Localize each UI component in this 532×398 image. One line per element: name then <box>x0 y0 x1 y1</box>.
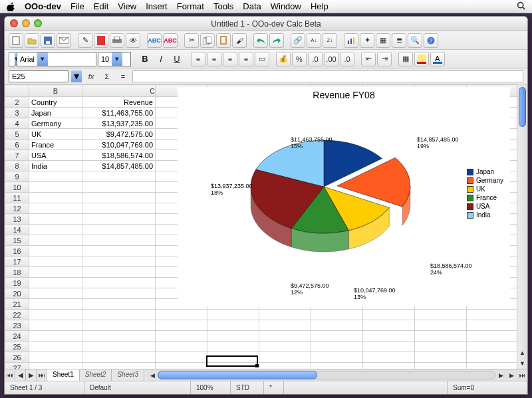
cell-B6[interactable]: France <box>29 140 82 150</box>
remove-decimal-button[interactable]: .0 <box>340 52 354 66</box>
hscroll-thumb[interactable] <box>158 371 317 379</box>
cell-D22[interactable] <box>156 310 207 320</box>
spreadsheet-grid[interactable]: BCDEFGHIJ2CountryRevenue3Japan$11,463,75… <box>5 84 527 369</box>
status-insert-mode[interactable]: STD <box>231 381 264 394</box>
paste-button[interactable] <box>216 33 231 48</box>
cell-B24[interactable] <box>29 331 82 342</box>
cell-I25[interactable] <box>415 342 467 352</box>
vertical-scrollbar[interactable]: ▲ ▼ <box>517 84 527 369</box>
cell-E26[interactable] <box>207 352 259 363</box>
row-header-3[interactable]: 3 <box>5 108 29 118</box>
cell-B9[interactable] <box>29 171 82 182</box>
menubar-item-insert[interactable]: Insert <box>146 1 168 11</box>
sort-asc-button[interactable]: A↓ <box>307 33 321 48</box>
cell-C10[interactable] <box>82 182 156 193</box>
cell-H23[interactable] <box>363 320 415 331</box>
row-header-22[interactable]: 22 <box>5 310 29 320</box>
add-decimal-button[interactable]: .00 <box>324 52 338 66</box>
cell-G23[interactable] <box>311 320 363 331</box>
cell-B23[interactable] <box>29 320 82 331</box>
borders-button[interactable]: ▦ <box>398 52 413 66</box>
cell-B14[interactable] <box>29 225 82 235</box>
menubar-item-data[interactable]: Data <box>243 1 261 11</box>
cell-G25[interactable] <box>311 342 363 352</box>
status-page-style[interactable]: Default <box>84 381 191 394</box>
cell-B26[interactable] <box>29 352 82 363</box>
cell-F25[interactable] <box>259 342 311 352</box>
copy-button[interactable] <box>200 33 215 48</box>
cell-C24[interactable] <box>82 331 156 342</box>
spellcheck-button[interactable]: ABC <box>147 33 162 48</box>
cell-B13[interactable] <box>29 214 82 225</box>
row-header-10[interactable]: 10 <box>5 182 29 193</box>
cell-B8[interactable]: India <box>29 161 82 171</box>
cut-button[interactable]: ✂ <box>184 33 199 48</box>
print-button[interactable] <box>110 33 124 48</box>
cell-F22[interactable] <box>259 310 311 320</box>
row-header-17[interactable]: 17 <box>5 256 29 267</box>
function-wizard-button[interactable]: fx <box>84 70 98 82</box>
cell-I24[interactable] <box>415 331 467 342</box>
cell-H24[interactable] <box>363 331 415 342</box>
redo-button[interactable] <box>269 33 284 48</box>
cell-C8[interactable]: $14,857,485.00 <box>82 161 156 171</box>
percent-button[interactable]: % <box>292 52 307 66</box>
col-header-B[interactable]: B <box>29 85 82 97</box>
horizontal-scrollbar[interactable]: ◀ ▶ ▶ ⏭ <box>147 369 527 381</box>
cell-J22[interactable] <box>467 310 519 320</box>
cell-C17[interactable] <box>82 256 156 267</box>
sort-desc-button[interactable]: Z↓ <box>323 33 337 48</box>
row-header-27[interactable]: 27 <box>5 363 29 369</box>
cell-B20[interactable] <box>29 288 82 299</box>
function-button[interactable]: = <box>116 70 130 82</box>
hyperlink-button[interactable]: 🔗 <box>291 33 305 48</box>
underline-button[interactable]: U <box>170 52 184 66</box>
sheet-tab-sheet3[interactable]: Sheet3 <box>112 369 144 381</box>
cell-G24[interactable] <box>311 331 363 342</box>
cell-E23[interactable] <box>207 320 259 331</box>
cell-C9[interactable] <box>82 171 156 182</box>
row-header-15[interactable]: 15 <box>5 235 29 246</box>
tab-prev-button[interactable]: ◀ <box>15 369 26 381</box>
cell-C20[interactable] <box>82 288 156 299</box>
cell-D27[interactable] <box>156 363 207 369</box>
cell-B5[interactable]: UK <box>29 129 82 140</box>
cell-D24[interactable] <box>156 331 207 342</box>
cell-C15[interactable] <box>82 235 156 246</box>
cell-B17[interactable] <box>29 256 82 267</box>
cell-H26[interactable] <box>363 352 415 363</box>
format-paintbrush-button[interactable]: 🖌 <box>232 33 247 48</box>
cell-C19[interactable] <box>82 278 156 288</box>
cell-D23[interactable] <box>156 320 207 331</box>
cell-J25[interactable] <box>467 342 519 352</box>
row-header-24[interactable]: 24 <box>5 331 29 342</box>
currency-button[interactable]: 💰 <box>276 52 291 66</box>
menubar-item-window[interactable]: Window <box>271 1 301 11</box>
window-titlebar[interactable]: Untitled 1 - OOo-dev Calc Beta <box>5 17 527 31</box>
edit-doc-button[interactable]: ✎ <box>78 33 92 48</box>
datasources-button[interactable]: ≣ <box>392 33 406 48</box>
align-center-button[interactable]: ≡ <box>207 52 221 66</box>
cell-F27[interactable] <box>259 363 311 369</box>
cell-J24[interactable] <box>467 331 519 342</box>
tab-next-button[interactable]: ▶ <box>26 369 37 381</box>
cell-C23[interactable] <box>82 320 156 331</box>
cell-B18[interactable] <box>29 267 82 278</box>
cell-B2[interactable]: Country <box>29 97 82 108</box>
style-combo[interactable]: ▾ <box>9 52 15 66</box>
standard-format-button[interactable]: .0 <box>308 52 323 66</box>
cell-D25[interactable] <box>156 342 207 352</box>
window-minimize-button[interactable] <box>22 19 30 27</box>
undo-button[interactable] <box>253 33 268 48</box>
cell-G27[interactable] <box>311 363 363 369</box>
row-header-18[interactable]: 18 <box>5 267 29 278</box>
row-header-7[interactable]: 7 <box>5 150 29 161</box>
apple-icon[interactable] <box>7 2 15 11</box>
hscroll-left-icon[interactable]: ◀ <box>147 369 158 381</box>
bgcolor-button[interactable] <box>414 52 429 66</box>
font-name-combo[interactable]: Arial▾ <box>17 52 96 66</box>
cell-C14[interactable] <box>82 225 156 235</box>
vscroll-up-icon[interactable]: ▲ <box>517 348 527 358</box>
align-left-button[interactable]: ≡ <box>191 52 205 66</box>
cell-B27[interactable] <box>29 363 82 369</box>
